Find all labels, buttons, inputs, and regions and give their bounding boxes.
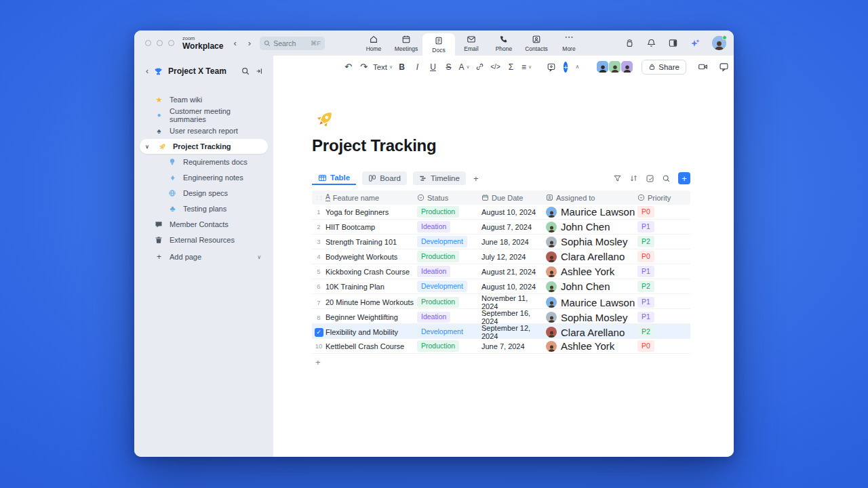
sidebar-search-icon[interactable] — [241, 67, 250, 75]
sidebar-back-icon[interactable]: ‹ — [146, 66, 149, 76]
sidebar-item-member-contacts[interactable]: Member Contacts — [140, 217, 268, 232]
feature-cell[interactable]: Kettlebell Crash Course — [326, 342, 417, 350]
assignee-cell[interactable]: Maurice Lawson — [546, 206, 637, 218]
tab-meetings[interactable]: Meetings — [390, 30, 422, 56]
assignee-cell[interactable]: Maurice Lawson — [546, 297, 637, 308]
priority-cell[interactable]: P2 — [637, 236, 690, 247]
close-window-icon[interactable] — [145, 40, 151, 46]
due-cell[interactable]: June 18, 2024 — [481, 238, 546, 246]
status-cell[interactable]: Ideation — [417, 221, 481, 232]
row-number[interactable]: 8 — [312, 314, 326, 321]
feature-cell[interactable]: Strength Training 101 — [326, 238, 417, 246]
row-number[interactable]: 3 — [312, 238, 326, 245]
nav-forward-icon[interactable]: › — [248, 38, 251, 48]
priority-cell[interactable]: P2 — [637, 281, 690, 292]
chevron-up-icon[interactable]: ∧ — [575, 64, 579, 70]
due-cell[interactable]: August 21, 2024 — [481, 268, 546, 276]
strikethrough-button[interactable]: S — [441, 60, 456, 75]
add-row-button[interactable]: + — [312, 357, 690, 367]
table-row[interactable]: 7 20 Minute Home Workouts Production Nov… — [312, 294, 690, 309]
ai-sparkle-icon[interactable] — [690, 38, 701, 49]
sidebar-item-external-resources[interactable]: External Resources — [140, 232, 268, 247]
status-cell[interactable]: Development — [417, 236, 481, 247]
collaborator-avatar[interactable] — [609, 61, 620, 73]
filter-icon[interactable] — [613, 174, 622, 183]
redo-button[interactable]: ↷ — [357, 60, 371, 75]
side-panel-icon[interactable] — [668, 38, 678, 48]
view-tab-table[interactable]: Table — [312, 171, 356, 185]
insert-button[interactable]: + — [564, 62, 568, 73]
row-number[interactable]: 5 — [312, 268, 326, 275]
table-row[interactable]: 1 Yoga for Beginners Production August 1… — [312, 205, 690, 220]
status-cell[interactable]: Production — [417, 206, 481, 218]
status-cell[interactable]: Production — [417, 340, 481, 352]
align-dropdown[interactable]: ≡∨ — [519, 60, 534, 75]
sidebar-item-project-tracking[interactable]: ∨ Project Tracking — [140, 139, 268, 154]
chevron-down-icon[interactable]: ∨ — [145, 144, 152, 150]
assignee-cell[interactable]: Clara Arellano — [546, 251, 637, 262]
row-number[interactable]: 1 — [312, 208, 326, 216]
sidebar-item-design-specs[interactable]: Design specs — [140, 186, 268, 201]
expand-icon[interactable] — [646, 174, 654, 183]
column-header-feature-name[interactable]: A Feature name — [326, 194, 417, 202]
sidebar-item-team-wiki[interactable]: ★ Team wiki — [140, 92, 268, 107]
user-avatar[interactable] — [712, 36, 726, 50]
assignee-cell[interactable]: Clara Arellano — [546, 327, 637, 338]
add-page-button[interactable]: + Add page ∨ — [140, 249, 268, 264]
link-button[interactable] — [473, 60, 487, 75]
table-row[interactable]: 8 Beginner Weightlifting Ideation Septem… — [312, 309, 690, 324]
add-view-button[interactable]: + — [473, 174, 479, 184]
row-number[interactable]: 10 — [312, 342, 326, 350]
row-number[interactable]: ✓ — [312, 328, 326, 337]
assignee-cell[interactable]: Sophia Mosley — [546, 236, 637, 247]
formula-button[interactable]: Σ — [504, 60, 518, 75]
assignee-cell[interactable]: Ashlee York — [546, 340, 637, 352]
chat-bubble-icon[interactable] — [719, 62, 729, 72]
due-cell[interactable]: September 12, 2024 — [481, 324, 546, 340]
priority-cell[interactable]: P1 — [637, 312, 690, 323]
view-tab-timeline[interactable]: Timeline — [413, 171, 466, 185]
sidebar-item-testing-plans[interactable]: ♣ Testing plans — [140, 201, 268, 216]
page-title[interactable]: Project Tracking — [312, 136, 734, 155]
table-row[interactable]: 10 Kettlebell Crash Course Production Ju… — [312, 339, 690, 354]
assignee-cell[interactable]: Ashlee York — [546, 266, 637, 277]
table-row[interactable]: 2 HIIT Bootcamp Ideation August 7, 2024 … — [312, 220, 690, 235]
underline-button[interactable]: U — [426, 60, 440, 75]
row-number[interactable]: 7 — [312, 299, 326, 306]
window-controls[interactable] — [145, 40, 174, 46]
table-row[interactable]: 4 Bodyweight Workouts Production July 12… — [312, 249, 690, 264]
due-cell[interactable]: August 10, 2024 — [481, 208, 546, 216]
text-color-dropdown[interactable]: A∨ — [457, 60, 471, 75]
priority-cell[interactable]: P0 — [637, 251, 690, 262]
nav-back-icon[interactable]: ‹ — [233, 38, 236, 48]
sidebar-item-user-research-report[interactable]: ♠ User research report — [140, 123, 268, 138]
priority-cell[interactable]: P0 — [637, 340, 690, 352]
sidebar-item-requirements-docs[interactable]: Requirements docs — [140, 155, 268, 169]
assignee-cell[interactable]: John Chen — [546, 221, 637, 232]
tab-email[interactable]: Email — [455, 30, 488, 56]
collaborator-avatar[interactable] — [621, 61, 633, 73]
chevron-down-icon[interactable]: ∨ — [257, 254, 261, 260]
minimize-window-icon[interactable] — [157, 40, 163, 46]
table-row[interactable]: 6 10K Training Plan Development August 1… — [312, 279, 690, 294]
feature-cell[interactable]: Beginner Weightlifting — [326, 313, 417, 321]
due-cell[interactable]: August 7, 2024 — [481, 223, 546, 231]
due-cell[interactable]: September 16, 2024 — [481, 309, 546, 325]
table-row[interactable]: 3 Strength Training 101 Development June… — [312, 235, 690, 249]
feature-cell[interactable]: Flexibility and Mobility — [326, 328, 417, 336]
priority-cell[interactable]: P0 — [637, 206, 690, 218]
collapse-sidebar-icon[interactable] — [255, 67, 263, 75]
notifications-bell-icon[interactable] — [646, 38, 656, 48]
video-camera-icon[interactable] — [698, 62, 708, 72]
table-row[interactable]: ✓ Flexibility and Mobility Development S… — [312, 324, 690, 339]
due-cell[interactable]: November 11, 2024 — [481, 294, 546, 310]
due-cell[interactable]: June 7, 2024 — [481, 342, 546, 350]
bold-button[interactable]: B — [395, 60, 409, 75]
maximize-window-icon[interactable] — [168, 40, 174, 46]
column-header-priority[interactable]: Priority — [637, 194, 690, 202]
status-cell[interactable]: Production — [417, 251, 481, 262]
tab-more[interactable]: ⋯ More — [553, 30, 585, 56]
sidebar-item-customer-meeting-summaries[interactable]: ● Customer meeting summaries — [140, 108, 268, 123]
row-number[interactable]: 4 — [312, 253, 326, 260]
feature-cell[interactable]: Bodyweight Workouts — [326, 253, 417, 261]
